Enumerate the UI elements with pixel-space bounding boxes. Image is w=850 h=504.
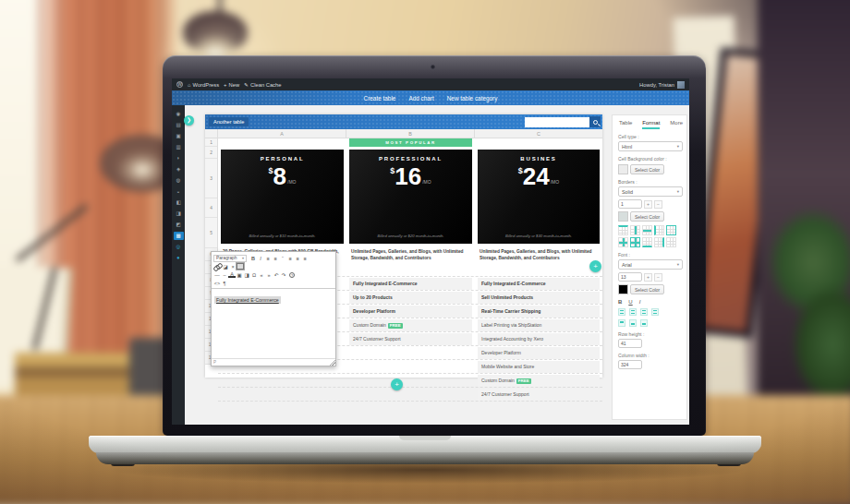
valign-middle-icon[interactable] xyxy=(629,319,637,327)
format-select[interactable]: Paragraph▾ xyxy=(213,255,247,262)
align-center-icon[interactable]: ≡ xyxy=(294,255,301,262)
cell-type-select[interactable]: Html▾ xyxy=(618,141,683,151)
underline-button[interactable]: U xyxy=(628,299,632,305)
site-menu[interactable]: ⌂WordPress xyxy=(188,82,219,88)
seo-icon[interactable]: ◩ xyxy=(174,221,184,229)
column-header[interactable]: B xyxy=(346,129,475,138)
plan-card-professional[interactable]: PROFESSIONAL $16/MO Billed annually or $… xyxy=(349,150,472,244)
row-number[interactable]: 3 xyxy=(205,159,217,198)
undo-icon[interactable]: ↶ xyxy=(273,271,280,279)
tab-table[interactable]: Table xyxy=(619,120,632,129)
plan-description[interactable]: Unlimited Pages, Galleries, and Blogs, w… xyxy=(349,247,472,275)
bullet-list-icon[interactable]: ≡ xyxy=(264,255,272,262)
feature-cell[interactable]: Sell Unlimited Products xyxy=(478,292,600,304)
border-horizontal-icon[interactable] xyxy=(642,225,652,235)
row-number[interactable]: 4 xyxy=(205,198,217,218)
border-width-input[interactable]: 1 xyxy=(618,199,642,209)
column-width-input[interactable]: 324 xyxy=(618,360,642,369)
font-color-swatch[interactable] xyxy=(618,284,628,294)
add-row-button[interactable]: + xyxy=(391,378,403,390)
border-right-icon[interactable] xyxy=(654,237,664,247)
appearance-icon[interactable]: ◈ xyxy=(174,165,184,174)
decrement-button[interactable]: − xyxy=(654,273,662,282)
media-icon[interactable]: ▣ xyxy=(174,132,184,140)
row-number[interactable]: 5 xyxy=(205,218,217,248)
table-title-tab[interactable]: Another table xyxy=(209,117,249,126)
collapse-icon[interactable]: ● xyxy=(174,254,184,262)
border-none-icon[interactable] xyxy=(666,237,676,247)
feature-cell[interactable]: 24/7 Customer Support xyxy=(478,389,600,401)
image-icon[interactable]: ◪ xyxy=(222,263,229,270)
corner-cell[interactable] xyxy=(205,129,218,138)
settings-icon[interactable]: ◨ xyxy=(174,210,184,218)
align-right-icon[interactable]: ≡ xyxy=(301,255,309,262)
border-select-color-button[interactable]: Select Color xyxy=(630,211,664,222)
howdy-label[interactable]: Howdy, Tristan xyxy=(639,82,674,88)
special-char-icon[interactable]: Ω xyxy=(250,271,258,279)
feature-cell[interactable]: Fully Integrated E-Commerce xyxy=(349,278,472,290)
feature-cell[interactable]: Developer Platform xyxy=(478,347,600,359)
border-bottom-icon[interactable] xyxy=(642,237,652,247)
italic-button[interactable]: I xyxy=(639,299,641,305)
table-plugin-icon[interactable]: ▦ xyxy=(174,232,184,240)
font-select[interactable]: Arial▾ xyxy=(618,259,683,270)
valign-top-icon[interactable] xyxy=(618,319,625,327)
feature-cell[interactable]: Integrated Accounting by Xero xyxy=(478,333,600,345)
feature-cell[interactable]: Real-Time Carrier Shipping xyxy=(478,306,600,318)
feature-cell[interactable]: Custom DomainFREE xyxy=(478,375,600,387)
comments-icon[interactable]: ◗ xyxy=(174,154,184,162)
plugins-icon[interactable]: ◍ xyxy=(174,176,184,185)
bold-icon[interactable]: B xyxy=(249,255,257,262)
link-icon[interactable] xyxy=(213,263,222,270)
numbered-list-icon[interactable]: ≡ xyxy=(272,255,279,262)
align-center-icon[interactable] xyxy=(629,308,637,316)
search-button[interactable] xyxy=(589,116,601,127)
plan-card-business[interactable]: BUSINES $24/MO Billed annually or $30 mo… xyxy=(478,150,600,244)
resize-handle-icon[interactable] xyxy=(330,360,335,366)
posts-icon[interactable]: ▤ xyxy=(174,121,184,129)
feature-cell[interactable]: Developer Platform xyxy=(349,306,472,318)
bold-button[interactable]: B xyxy=(618,299,622,305)
increment-button[interactable]: + xyxy=(644,200,652,209)
font-size-input[interactable]: 13 xyxy=(618,272,642,282)
font-select-color-button[interactable]: Select Color xyxy=(630,284,664,294)
column-header[interactable]: C xyxy=(475,129,602,138)
tools-icon[interactable]: ◧ xyxy=(174,198,184,207)
add-column-button[interactable]: + xyxy=(589,260,601,272)
border-vertical-icon[interactable] xyxy=(630,225,640,235)
row-number[interactable]: 1 xyxy=(205,138,217,147)
help-icon[interactable]: ? xyxy=(289,272,295,278)
paragraph-mark-icon[interactable]: ¶ xyxy=(221,280,228,287)
editor-text[interactable]: Fully Integrated E-Commerce xyxy=(214,296,281,304)
hr-icon[interactable]: — xyxy=(213,271,221,279)
dashboard-icon[interactable]: ◉ xyxy=(174,110,184,118)
align-left-icon[interactable] xyxy=(618,308,625,316)
border-all-icon[interactable] xyxy=(630,237,640,247)
clean-cache-menu[interactable]: ✎Clean Cache xyxy=(244,82,281,88)
editor-content-area[interactable]: Fully Integrated E-Commerce xyxy=(212,288,335,358)
avatar[interactable] xyxy=(677,81,685,89)
text-color-icon[interactable]: A xyxy=(228,271,236,278)
feature-cell[interactable]: Label Printing via ShipStation xyxy=(478,319,600,331)
plan-description[interactable]: Unlimited Pages, Galleries, and Blogs, w… xyxy=(478,247,600,275)
align-left-icon[interactable]: ≡ xyxy=(286,255,294,262)
tab-format[interactable]: Format xyxy=(642,120,660,129)
table-icon[interactable] xyxy=(237,263,244,270)
new-table-category-button[interactable]: New table category xyxy=(447,95,498,102)
border-left-icon[interactable] xyxy=(654,225,664,235)
pages-icon[interactable]: ▥ xyxy=(174,143,184,151)
indent-icon[interactable]: » xyxy=(265,271,273,279)
new-menu[interactable]: +New xyxy=(224,82,239,88)
border-outer-icon[interactable] xyxy=(666,225,676,235)
users-icon[interactable]: ◒ xyxy=(174,187,184,196)
bg-select-color-button[interactable]: Select Color xyxy=(630,164,664,174)
increment-button[interactable]: + xyxy=(644,273,652,282)
feature-cell[interactable]: Custom DomainFREE xyxy=(349,319,472,331)
row-number[interactable]: 2 xyxy=(205,147,217,159)
collapse-chevron-button[interactable]: ❯ xyxy=(184,115,194,126)
strikethrough-icon[interactable]: – xyxy=(221,271,228,279)
paste-icon[interactable]: ▣ xyxy=(236,271,243,279)
outdent-icon[interactable]: « xyxy=(258,271,265,279)
unlink-icon[interactable]: × xyxy=(229,263,237,270)
plan-card-personal[interactable]: PERSONAL $8/MO Billed annually or $10 mo… xyxy=(221,150,344,244)
